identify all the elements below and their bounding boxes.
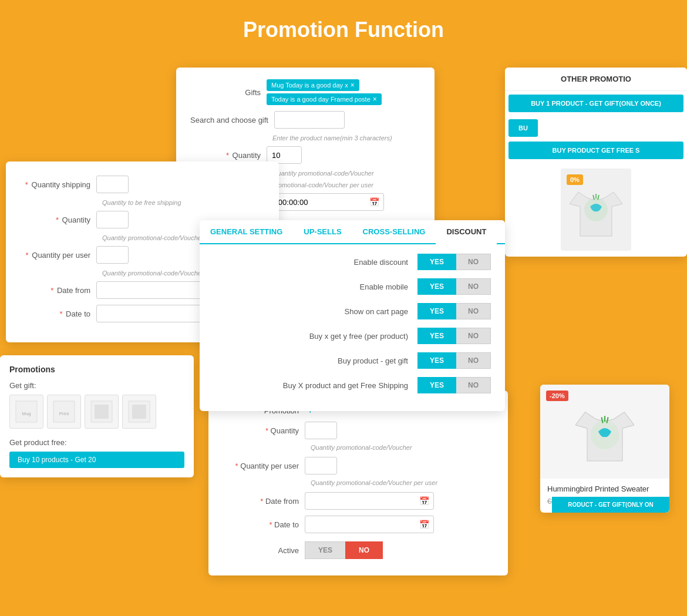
qty-per-user-label: * Quantity per user	[20, 251, 96, 260]
enable-mobile-label: Enable mobile	[214, 282, 417, 291]
enable-mobile-no[interactable]: NO	[456, 278, 491, 295]
bottom-form-card: * Promotion + * Quantity Quantity promot…	[208, 391, 508, 575]
buy-x-free-shipping-yes[interactable]: YES	[417, 377, 456, 393]
qty-per-user-input[interactable]	[96, 246, 129, 264]
tab-cross-selling[interactable]: CROSS-SELLING	[352, 220, 436, 244]
gift-tag-1[interactable]: Mug Today is a good day x ×	[267, 79, 359, 91]
svg-text:Mug: Mug	[22, 411, 31, 416]
enable-discount-toggle: YES NO	[417, 254, 491, 270]
gift-tags: Mug Today is a good day x × Today is a g…	[267, 79, 420, 105]
buy-x-free-shipping-no[interactable]: NO	[456, 377, 491, 393]
promo-btn-2[interactable]: BU	[508, 119, 538, 137]
buy-x-free-shipping-label: Buy X product and get Free Shipping	[214, 381, 417, 390]
buy-x-get-y-row: Buy x get y free (per product) YES NO	[214, 328, 491, 344]
other-promos-card: OTHER PROMOTIO BUY 1 PRODUCT - GET GIFT(…	[505, 68, 687, 257]
page-title: Promotion Function	[0, 0, 687, 66]
gift-thumb-2: Print	[47, 395, 81, 429]
buy-product-get-gift-toggle: YES NO	[417, 352, 491, 369]
product-discount-badge: -20%	[546, 391, 568, 401]
gifts-label: Gifts	[190, 88, 267, 97]
discount-body: Enable discount YES NO Enable mobile YES…	[200, 244, 505, 411]
remove-tag-1-icon[interactable]: ×	[351, 81, 355, 89]
product-image: 0%	[561, 169, 631, 251]
svg-rect-9	[95, 405, 109, 419]
gift-thumb-3	[85, 395, 119, 429]
buy-product-get-gift-row: Buy product - get gift YES NO	[214, 352, 491, 369]
active-no-btn[interactable]: NO	[345, 541, 383, 559]
tab-general-setting[interactable]: GENERAL SETTING	[200, 220, 293, 244]
promo-bar: RODUCT - GET GIFT(ONLY ON	[552, 497, 669, 513]
per-user-hint: promotional-code/Voucher per user	[272, 181, 420, 188]
product-right-name: Hummingbird Printed Sweater	[547, 484, 662, 493]
remove-tag-2-icon[interactable]: ×	[373, 95, 377, 103]
promotions-card: Promotions Get gift: Mug Print	[0, 355, 194, 477]
tab-up-sells[interactable]: UP-SELLS	[293, 220, 352, 244]
tab-discount[interactable]: DISCOUNT	[436, 220, 497, 244]
bf-quantity-hint: Quantity promotional-code/Voucher	[311, 444, 494, 451]
buy-x-free-shipping-row: Buy X product and get Free Shipping YES …	[214, 377, 491, 393]
qty-shipping-input[interactable]	[96, 176, 129, 193]
gift-images: Mug Print	[9, 395, 184, 429]
date-from-label: * Date from	[20, 286, 96, 295]
search-hint: Enter the product name(min 3 characters)	[272, 134, 420, 142]
tabs-header: GENERAL SETTING UP-SELLS CROSS-SELLING D…	[200, 220, 505, 244]
buy-x-get-y-yes[interactable]: YES	[417, 328, 456, 344]
show-cart-row: Show on cart page YES NO	[214, 303, 491, 319]
show-cart-label: Show on cart page	[214, 307, 417, 316]
free-product-btn[interactable]: Buy 10 products - Get 20	[9, 452, 184, 468]
discount-badge: 0%	[567, 174, 583, 185]
enable-mobile-yes[interactable]: YES	[417, 278, 456, 295]
buy-x-get-y-no[interactable]: NO	[456, 328, 491, 344]
enable-discount-row: Enable discount YES NO	[214, 254, 491, 270]
enable-discount-yes[interactable]: YES	[417, 254, 456, 270]
bf-qty-per-user-input[interactable]	[305, 457, 337, 474]
show-cart-no[interactable]: NO	[456, 303, 491, 319]
search-gift-label: Search and choose gift	[190, 116, 274, 124]
datetime-wrapper: 📅	[267, 193, 384, 211]
svg-rect-11	[132, 405, 146, 419]
quantity-label: * Quantity	[190, 151, 267, 160]
search-gift-input[interactable]	[274, 111, 345, 129]
active-toggle: YES NO	[305, 541, 383, 559]
gift-tag-2[interactable]: Today is a good day Framed poste ×	[267, 93, 382, 105]
get-gift-label: Get gift:	[9, 381, 184, 390]
buy-x-free-shipping-toggle: YES NO	[417, 377, 491, 393]
enable-discount-label: Enable discount	[214, 258, 417, 267]
buy-product-get-gift-yes[interactable]: YES	[417, 352, 456, 369]
other-promos-title: OTHER PROMOTIO	[505, 68, 687, 91]
buy-product-get-gift-label: Buy product - get gift	[214, 356, 417, 365]
active-yes-btn[interactable]: YES	[305, 541, 345, 559]
bf-date-to-label: * Date to	[223, 520, 305, 529]
bf-date-from-input[interactable]	[305, 492, 434, 510]
datetime-input[interactable]	[267, 193, 384, 211]
date-to-label: * Date to	[20, 309, 96, 318]
bf-date-to-input[interactable]	[305, 516, 434, 533]
enable-mobile-row: Enable mobile YES NO	[214, 278, 491, 295]
bf-date-from-label: * Date from	[223, 497, 305, 506]
promo-btn-3[interactable]: BUY PRODUCT GET FREE S	[508, 142, 683, 159]
sweater-svg	[570, 177, 622, 242]
bf-quantity-input[interactable]	[305, 422, 337, 439]
bf-qty-per-user-hint: Quantity promotional-code/Voucher per us…	[311, 479, 494, 486]
promo-btn-1[interactable]: BUY 1 PRODUCT - GET GIFT(ONLY ONCE)	[508, 95, 683, 112]
active-label: Active	[223, 546, 305, 555]
quantity-input-shipping[interactable]	[96, 211, 129, 228]
bf-quantity-label: * Quantity	[223, 426, 305, 435]
show-cart-yes[interactable]: YES	[417, 303, 456, 319]
buy-product-get-gift-no[interactable]: NO	[456, 352, 491, 369]
buy-x-get-y-label: Buy x get y free (per product)	[214, 332, 417, 341]
quantity-label-shipping: * Quantity	[20, 216, 96, 224]
enable-discount-no[interactable]: NO	[456, 254, 491, 270]
bf-date-from-wrapper: 📅	[305, 492, 434, 510]
free-product-label: Get product free:	[9, 438, 184, 447]
discount-card: GENERAL SETTING UP-SELLS CROSS-SELLING D…	[200, 220, 505, 411]
qty-shipping-label: * Quantity shipping	[20, 180, 96, 189]
buy-x-get-y-toggle: YES NO	[417, 328, 491, 344]
gift-thumb-4	[122, 395, 156, 429]
bf-date-to-wrapper: 📅	[305, 516, 434, 533]
bf-qty-per-user-label: * Quantity per user	[223, 462, 305, 470]
qty-shipping-hint: Quantity to be free shipping	[102, 199, 265, 206]
enable-mobile-toggle: YES NO	[417, 278, 491, 295]
product-sweater-svg	[575, 393, 634, 470]
product-right-image: -20%	[540, 385, 669, 479]
